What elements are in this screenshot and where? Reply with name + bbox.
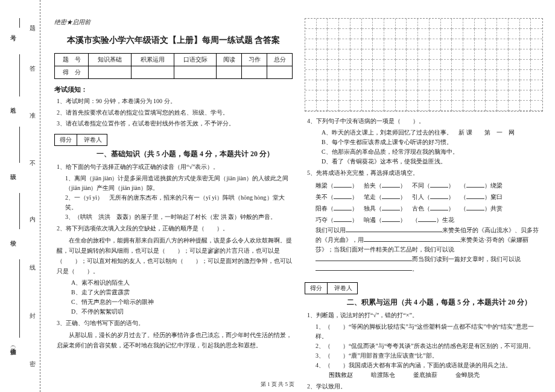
table-row: 得 分 [55,66,293,79]
col-cell: 阅读 [217,54,242,66]
dash-line [40,0,40,392]
empty-cell[interactable] [242,66,267,79]
empty-cell[interactable] [217,66,242,79]
seal-char: 答 [28,60,36,68]
q3-passage: 从那以后，漫长的岁月过去了。经历的事情许多也已淡忘，而少年时代生活的情景，启蒙老… [57,330,293,350]
q4-opt-d: D、看了《青铜葵花》这本书，使我受益匪浅。 [322,157,543,166]
part1-title: 一、基础知识（共 5 小题，每题 4 分，本题共计 20 分） [54,149,293,159]
notice-header: 考试须知： [54,85,293,94]
q2-opt-b: B、走了火的雷霆霹雳 [71,288,293,297]
q1: 1、给下面的句子选择正确的字或正确的读音（用“√”表示）。 [57,162,293,172]
q2-opt-c: C、悄无声息的一个暗示的眼神 [71,297,293,307]
page-body: 绝密★启用前 本溪市实验小学六年级语文【上册】每周一练试题 含答案 题 号 知识… [54,18,543,380]
col-cell: 总分 [267,54,293,66]
seal-char: 线 [28,259,36,267]
q1-sub: 1、离间（jiān jiàn）计是多采用造谣挑拨的方式使亲密无间（jiān ji… [65,174,293,193]
hdr-cell: 题 号 [55,54,89,66]
right-column: 4、下列句子中没有语病的一项是（ ）。 A、昨天的语文课上，刘老师回忆了过去的往… [305,18,543,380]
seal-char: 封 [28,308,36,315]
seal-char: 内 [28,211,36,218]
q4-opt-a: A、昨天的语文课上，刘老师回忆了过去的往事。 新 课 第 一 网 [322,128,543,138]
binding-margin: 题 答 准 不 内 线 封 密 考号 姓名 班级 学校 乡镇（街道） [0,0,52,392]
underline [19,127,20,163]
notice-item: 3、请在试卷指定位置作答，在试卷密封线外作答无效，不予评分。 [57,119,293,128]
q3: 3、正确、匀地书写下面的语句。 [57,318,293,328]
q2-opt-a: A、素不相识的陌生人 [71,278,293,288]
q5: 5、先将成语补充完整，再选择成语填空。 [307,168,543,178]
q4-opt-c: C、他那崇高的革命品质，经常浮现在我的脑海中。 [322,147,543,157]
q1-sub: 2、一（yī yì） 无所有的唐东杰布，招来的只有一（yī yì）阵哄（hōng… [65,193,293,212]
col-cell: 知识基础 [89,54,132,66]
scorebox-marker: 评卷人 [329,283,357,294]
q5-passage: 我们可以用来赞美伯牙的《高山流水》、贝多芬的《月光曲》，用来赞美达·芬奇的《蒙娜… [316,226,543,274]
secret-mark: 绝密★启用前 [54,18,293,27]
empty-cell[interactable] [89,66,132,79]
scorebox-marker: 评卷人 [79,134,107,145]
underline [19,18,20,28]
underline [19,193,20,229]
score-table: 题 号 知识基础 积累运用 口语交际 阅读 习作 总分 得 分 [54,53,293,79]
paper-title: 本溪市实验小学六年级语文【上册】每周一练试题 含答案 [54,35,293,46]
q2: 2、将下列选项依次填入文段的空缺处，正确的顺序是（ ）。 [57,224,293,233]
underline [19,54,20,96]
q2-passage: 在生命的旅程中，能拥有那来自四面八方的种种提醒，该是多么令人欢欣鼓舞啊。提醒，可… [57,235,293,276]
left-column: 绝密★启用前 本溪市实验小学六年级语文【上册】每周一练试题 含答案 题 号 知识… [54,18,293,380]
empty-cell[interactable] [267,66,293,79]
scorebox-score: 得分 [305,283,328,294]
q2-1: 1、判断题，说法对的打“√”，错的打“×”。 [307,311,543,320]
col-cell: 积累运用 [131,54,174,66]
scorebox-score: 得分 [55,134,77,145]
scorebox: 得分 评卷人 [54,134,107,146]
underline [19,259,20,338]
notice-item: 2、请首先按要求在试卷的指定位置填写您的姓名、班级、学号。 [57,108,293,118]
table-row: 题 号 知识基础 积累运用 口语交际 阅读 习作 总分 [55,54,293,66]
row-cell: 得 分 [55,66,89,79]
seal-char: 准 [28,107,36,115]
q5-fill-rows: 雕梁（） 拾夹（） 不同（） （）绕梁 美不（） 笔走（） 引人（） （）窠臼 … [305,180,543,226]
empty-cell[interactable] [174,66,217,79]
scorebox: 得分 评卷人 [305,282,358,294]
q21-e: 围魏救赵 暗渡陈仓 釜底抽薪 金蝉脱壳 [329,370,543,380]
writing-grid[interactable] [305,18,543,112]
notice-list: 1、考试时间：90 分钟，本卷满分为 100 分。 2、请首先按要求在试卷的指定… [54,96,293,128]
seal-char: 题 [28,21,36,28]
col-cell: 习作 [242,54,267,66]
seal-char: 不 [28,156,36,163]
q2-opt-d: D、不停的絮絮叨叨 [71,307,293,317]
q21-d: 4、（ ）我国成语大都有丰富的内涵，下面的成语就是谈的用兵之法。 [316,361,543,370]
seal-char: 密 [28,356,36,363]
q21-a: 1、（ ）“等闲的脚板比较结实”与“这些塑料袋一点都不结实”中的“结实”意思一样… [316,322,543,341]
q4: 4、下列句子中没有语病的一项是（ ）。 [307,116,543,126]
part2-title: 二、积累与运用（共 4 小题，每题 5 分，本题共计 20 分） [305,297,543,308]
q21-b: 2、（ ）“侃侃而谈”与“夸夸其谈”所表达出的情感色彩是有区别的，不可混用。 [316,341,543,351]
page-footer: 第 1 页 共 5 页 [0,381,555,388]
q1-sub: 3、（哄哄 洪洪 轰轰）的屋子里，一时响起了村长（宏 洪 轰）钟般的声音。 [65,212,293,222]
col-cell: 口语交际 [174,54,217,66]
q4-opt-b: B、每个学生都应该养成上课专心听讲的好习惯。 [322,138,543,147]
q21-c: 3、（ ）“鹿”用部首查字法应该查“比”部。 [316,351,543,361]
notice-item: 1、考试时间：90 分钟，本卷满分为 100 分。 [57,96,293,106]
empty-cell[interactable] [131,66,174,79]
